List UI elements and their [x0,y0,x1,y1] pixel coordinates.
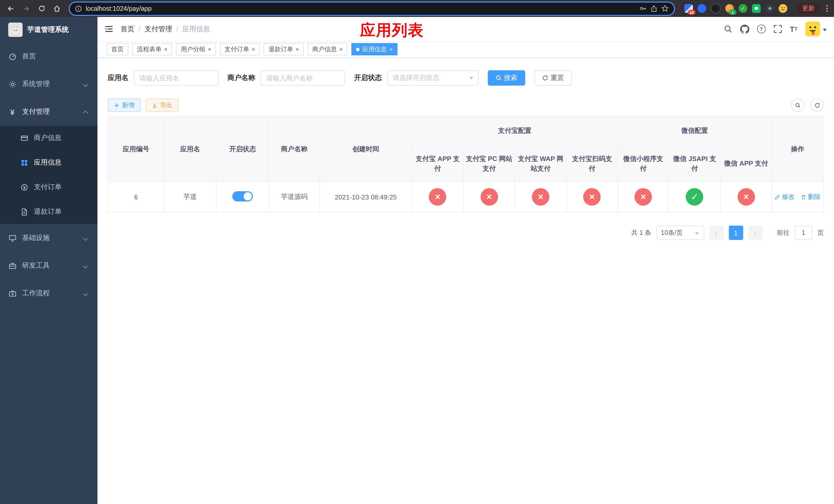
refresh-button[interactable] [810,98,824,112]
sidebar-item-label: 支付订单 [34,183,62,192]
github-icon[interactable] [740,24,749,33]
tag-process-form[interactable]: 流程表单× [132,43,172,55]
sidebar-item-label: 退款订单 [34,207,62,216]
sidebar-item-home[interactable]: 首页 [0,43,97,70]
toolbox-icon [8,262,16,270]
home-icon[interactable] [50,2,64,15]
font-size-icon[interactable]: TT [790,25,797,33]
sidebar-item-label: 首页 [22,52,36,61]
edit-link[interactable]: 修改 [774,192,794,201]
tag-app-info[interactable]: 应用信息× [351,43,397,55]
sidebar-item-refund-orders[interactable]: 退款订单 [0,200,97,224]
url-text[interactable]: localhost:1024/pay/app [86,5,636,12]
delete-link[interactable]: 删除 [801,192,821,201]
enabled-toggle[interactable] [232,191,253,201]
sidebar-item-dev-tools[interactable]: 研发工具 [0,252,97,279]
extension-emoji-icon[interactable] [778,4,787,13]
bookmark-star-icon[interactable] [661,5,669,12]
extensions-puzzle-icon[interactable] [765,4,774,13]
next-page-button[interactable]: › [748,226,763,240]
cell-app-id: 6 [108,182,164,212]
status-cross-icon: × [584,188,601,206]
sidebar-item-label: 商户信息 [34,133,62,142]
fullscreen-icon[interactable] [773,25,782,33]
browser-menu-icon[interactable] [826,5,828,12]
navbar: 首页 / 支付管理 / 应用信息 应用列表 ? [97,17,834,41]
sidebar-item-merchant-info[interactable]: 商户信息 [0,125,97,150]
merchant-name-input[interactable] [260,70,345,86]
caret-down-icon [823,28,827,31]
tag-merchant-info[interactable]: 商户信息× [308,43,348,55]
close-icon[interactable]: × [296,46,299,52]
sidebar-item-workflow[interactable]: 工作流程 [0,279,97,307]
extension-grid-icon[interactable]: 10 [684,4,693,13]
sidebar-item-label: 系统管理 [22,79,50,89]
app-name-input[interactable] [134,70,218,86]
browser-update-button[interactable]: 更新 [796,3,820,14]
extension-avatar-icon[interactable]: 1 [725,4,734,13]
info-icon[interactable] [75,5,82,12]
search-button[interactable]: 搜索 [487,70,525,86]
goto-label: 前往 [777,228,790,237]
col-wechat-mini: 微信小程序支付 [618,145,669,182]
reload-icon[interactable] [35,2,48,15]
col-created-time: 创建时间 [320,116,412,182]
status-cross-icon: × [480,188,498,206]
add-button[interactable]: 新增 [108,98,140,112]
content-area: 应用名 商户名称 开启状态 请选择开启状态 [97,58,834,504]
sidebar-item-infrastructure[interactable]: 基础设施 [0,224,97,252]
breadcrumb-payment[interactable]: 支付管理 [145,24,172,33]
goto-page-input[interactable] [795,226,812,240]
export-button[interactable]: 导出 [146,98,178,112]
extension-check-icon[interactable]: ✓ [739,4,747,13]
sidebar-item-label: 支付管理 [22,107,50,116]
close-icon[interactable]: × [164,46,168,52]
close-icon[interactable]: × [208,46,211,52]
url-bar[interactable]: localhost:1024/pay/app [69,1,675,16]
toggle-search-button[interactable] [791,98,804,112]
breadcrumb-home[interactable]: 首页 [120,24,134,33]
sidebar: 芋道管理系统 首页 系统管理 ¥ [0,17,97,504]
sidebar-item-payment[interactable]: ¥ 支付管理 [0,98,97,125]
forward-icon[interactable] [20,2,33,15]
status-cross-icon: × [635,188,652,206]
password-key-icon[interactable] [639,5,647,12]
page-number-button[interactable]: 1 [729,226,743,240]
breadcrumb-current: 应用信息 [182,24,210,33]
extension-wechat-devtools-icon[interactable] [752,4,761,13]
hamburger-icon[interactable] [105,25,113,33]
chevron-down-icon [83,82,88,87]
close-icon[interactable]: × [339,46,343,52]
user-avatar-menu[interactable] [805,22,827,37]
close-icon[interactable]: × [389,46,393,52]
app-logo [8,23,23,37]
refund-doc-icon [21,208,28,215]
tag-user-group[interactable]: 用户分组× [176,43,216,55]
close-icon[interactable]: × [252,46,255,52]
help-icon[interactable]: ? [757,25,766,33]
reset-button[interactable]: 重置 [534,70,572,86]
sidebar-item-payment-orders[interactable]: 支付订单 [0,175,97,200]
page-size-select[interactable]: 10条/页 [656,226,704,240]
col-operations: 操作 [772,116,824,182]
extension-dark-icon[interactable] [711,4,721,13]
back-icon[interactable] [4,2,18,15]
sidebar-item-app-info[interactable]: 应用信息 [0,150,97,175]
col-alipay-app: 支付宝 APP 支付 [412,145,464,182]
monitor-icon [8,234,16,242]
sidebar-item-label: 基础设施 [22,233,50,243]
app-grid-icon [21,159,28,166]
app-logo-row[interactable]: 芋道管理系统 [0,17,97,43]
search-icon[interactable] [723,25,732,33]
credit-card-icon [21,134,28,142]
chevron-up-icon [83,110,88,115]
sidebar-item-system[interactable]: 系统管理 [0,70,97,98]
enable-status-select[interactable]: 请选择开启状态 [387,70,478,86]
tag-home[interactable]: 首页 [107,43,128,55]
tag-refund-orders[interactable]: 退款订单× [264,43,304,55]
tag-payment-orders[interactable]: 支付订单× [220,43,260,55]
extension-drop-icon[interactable] [698,4,706,13]
prev-page-button[interactable]: ‹ [709,226,723,240]
share-icon[interactable] [650,5,658,12]
col-merchant-name: 商户名称 [269,116,320,182]
